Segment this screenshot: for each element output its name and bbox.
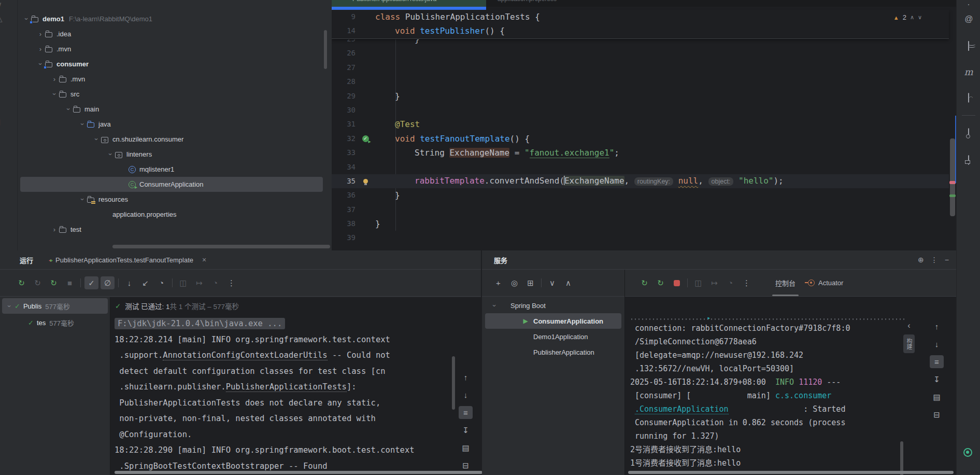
hide-panel-icon[interactable]: − <box>945 256 949 264</box>
tree-item-src[interactable]: ›src <box>20 87 323 102</box>
service-item-demo1application[interactable]: Demo1Application <box>485 329 621 344</box>
console-link[interactable]: SpringBootTestContextBootstrapper <box>124 462 284 471</box>
code-line-36[interactable]: 36} <box>332 188 949 202</box>
tree-item--mvn[interactable]: ›.mvn <box>20 41 323 57</box>
tree-item-demo1[interactable]: ›demo1F:\a-learn\RabbitMQ\demo1 <box>20 11 323 26</box>
clear-icon[interactable]: ⊟ <box>459 459 473 472</box>
rerun-auto-icon[interactable]: ↻ <box>47 276 61 289</box>
services-console-output[interactable]: connection: rabbitConnectionFactory#7918… <box>630 322 899 471</box>
project-tree-vertical-scrollbar[interactable] <box>324 30 327 69</box>
code-line-26[interactable]: 26 <box>332 46 949 60</box>
tree-item-application-properties[interactable]: application.properties <box>20 207 323 222</box>
tree-item-resources[interactable]: ›resources <box>20 192 323 207</box>
run-config-tab[interactable]: ◂▸ PublisherApplicationTests.testFanoutT… <box>49 256 206 264</box>
green-status-icon[interactable] <box>963 448 972 457</box>
chevron-down-icon[interactable]: › <box>106 150 115 158</box>
collapsed-tab[interactable]: 构建 <box>903 334 915 353</box>
chevron-down-icon[interactable]: › <box>50 90 59 98</box>
services-console-horizontal-scrollbar[interactable] <box>628 471 954 474</box>
code-line-30[interactable]: 30 <box>332 103 949 117</box>
stop-red-icon[interactable] <box>670 276 684 289</box>
clear-icon[interactable]: ⊟ <box>930 408 944 421</box>
gauge-icon[interactable]: ◔ <box>723 276 737 289</box>
run-test-passed-icon[interactable]: ✓ <box>362 135 369 142</box>
chevron-left-icon[interactable]: ‹ <box>907 321 910 330</box>
code-line-31[interactable]: 31@Test <box>332 117 949 131</box>
editor-tab-other[interactable]: application.properties <box>498 0 557 3</box>
scroll-end-icon[interactable]: ↧ <box>459 424 473 437</box>
close-icon[interactable]: × <box>202 256 206 264</box>
more-icon[interactable]: ⋮ <box>931 256 938 264</box>
thread-dump-icon[interactable]: ↦ <box>192 276 206 289</box>
tree-item-test[interactable]: ›test <box>20 222 323 237</box>
tree-item-consumer[interactable]: ›consumer <box>20 57 323 72</box>
tree-item-main[interactable]: ›main <box>20 102 323 117</box>
code-line-32[interactable]: 32✓void testFanoutTemplate() { <box>332 132 949 146</box>
chevron-down-icon[interactable]: › <box>78 120 87 128</box>
chevron-down-icon[interactable]: › <box>5 302 13 310</box>
chevron-down-icon[interactable]: › <box>64 105 73 113</box>
tree-item-mqlistener1[interactable]: Cmqlistener1 <box>20 162 323 177</box>
console-link[interactable]: .ConsumerApplication <box>635 404 729 414</box>
chevron-right-icon[interactable]: › <box>36 30 45 38</box>
view-options-icon[interactable]: ◎ <box>507 276 521 289</box>
web-icon[interactable]: ⊕ <box>918 256 924 264</box>
tree-item--mvn[interactable]: ›.mvn <box>20 72 323 87</box>
tree-item-linteners[interactable]: ›linteners <box>20 147 323 162</box>
editor-tab-active[interactable]: PublisherApplicationTests.java <box>332 0 486 7</box>
rerun-debug-icon[interactable]: ↻ <box>654 276 667 289</box>
add-icon[interactable]: + <box>491 276 505 289</box>
screenshot-icon[interactable]: ◫ <box>691 276 705 289</box>
project-tree-horizontal-scrollbar[interactable] <box>112 245 330 248</box>
test-tree-item[interactable]: ✓tes577毫秒 <box>2 315 108 330</box>
next-problem-icon[interactable]: ∨ <box>918 14 922 21</box>
show-passed-icon[interactable]: ✓ <box>84 276 98 289</box>
show-ignored-icon[interactable]: ∅ <box>101 276 115 289</box>
collapse-all-icon[interactable]: ∧ <box>561 276 575 289</box>
screenshot-icon[interactable]: ◫ <box>176 276 190 289</box>
inspections-widget[interactable]: ▲ 2 ∧ ∨ <box>893 13 922 21</box>
expand-all-icon[interactable]: ∨ <box>545 276 559 289</box>
soft-wrap-icon[interactable]: ≡ <box>930 355 944 368</box>
code-line-9[interactable]: 9class PublisherApplicationTests { <box>332 10 949 24</box>
code-line-14[interactable]: 14void testPublisher() { <box>332 24 949 38</box>
test-tree-item[interactable]: ›✓Publis577毫秒 <box>2 298 108 314</box>
profiler-icon[interactable]: ◔ <box>208 276 222 289</box>
down-icon[interactable]: ↓ <box>459 388 473 401</box>
device-manager-icon[interactable] <box>957 93 980 103</box>
find-in-files-icon[interactable] <box>957 129 980 138</box>
thread-dump-icon[interactable]: ↦ <box>707 276 721 289</box>
chevron-right-icon[interactable]: › <box>36 45 45 53</box>
tree-item--idea[interactable]: ›.idea <box>20 26 323 41</box>
more-icon[interactable]: ⋮ <box>740 276 754 289</box>
code-line-38[interactable]: 38} <box>332 217 949 231</box>
maven-icon[interactable]: m <box>957 66 980 77</box>
error-stripe-mark-green[interactable] <box>949 194 956 197</box>
documentation-icon[interactable] <box>957 156 980 165</box>
console-link[interactable]: PublisherApplicationTests <box>226 382 347 392</box>
code-line-39[interactable]: 39 <box>332 231 949 245</box>
code-line-34[interactable]: 34 <box>332 160 949 174</box>
up-icon[interactable]: ↑ <box>459 371 473 384</box>
editor-scrollbar[interactable] <box>950 138 955 216</box>
prev-problem-icon[interactable]: ∧ <box>910 14 914 21</box>
chevron-down-icon[interactable]: › <box>78 195 87 203</box>
soft-wrap-icon[interactable]: ≡ <box>459 406 473 419</box>
code-line-27[interactable]: 27 <box>332 61 949 75</box>
code-area[interactable]: 25}26272829}3031@Test32✓void testFanoutT… <box>332 39 949 250</box>
rerun-failed-icon[interactable]: ↻ <box>31 276 45 289</box>
print-icon[interactable]: ▤ <box>930 390 944 403</box>
scroll-end-icon[interactable]: ↧ <box>930 373 944 386</box>
up-icon[interactable]: ↑ <box>930 320 944 333</box>
code-line-29[interactable]: 29} <box>332 89 949 103</box>
run-console-vertical-scrollbar[interactable] <box>452 356 455 410</box>
code-line-33[interactable]: 33String ExchangeName = "fanout.exchange… <box>332 146 949 160</box>
stop-icon[interactable]: ■ <box>63 276 77 289</box>
intention-bulb-icon[interactable] <box>363 179 368 184</box>
chevron-right-icon[interactable]: › <box>50 226 59 233</box>
code-line-37[interactable]: 37 <box>332 203 949 217</box>
console-tab-active[interactable]: 控制台 <box>769 270 802 296</box>
run-console-horizontal-scrollbar[interactable] <box>115 471 482 474</box>
chevron-down-icon[interactable]: › <box>490 302 499 310</box>
more-icon[interactable]: ⋮ <box>224 276 238 289</box>
